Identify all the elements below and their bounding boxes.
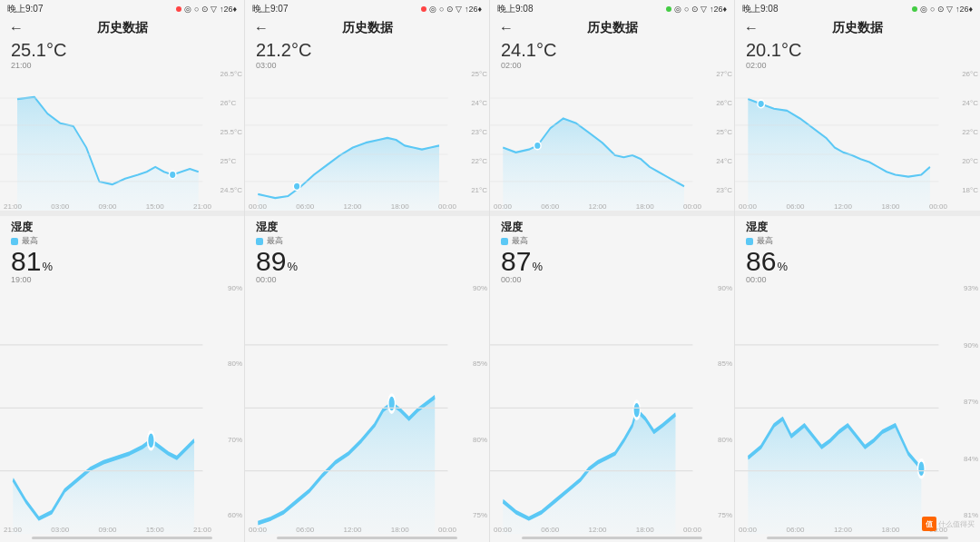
humidity-section: 湿度 最高 86 % 00:00 — [735, 216, 980, 284]
page-title: 历史数据 — [832, 20, 883, 36]
temp-time: 02:00 — [735, 61, 980, 70]
x-label: 18:00 — [881, 202, 899, 211]
hum-x-labels: 00:0006:0012:0018:0000:00 — [249, 526, 456, 534]
x-label: 00:00 — [929, 202, 947, 211]
svg-point-1 — [169, 171, 176, 179]
status-time: 晚上9:07 — [252, 3, 288, 15]
humidity-section-label: 湿度 — [501, 220, 723, 235]
watermark: 值 什么值得买 — [922, 517, 975, 531]
temp-y-labels: 26.5°C26°C25.5°C25°C24.5°C — [220, 70, 242, 194]
status-dot — [176, 6, 181, 12]
x-label: 12:00 — [834, 526, 852, 534]
y-label: 75% — [473, 511, 487, 519]
x-label: 06:00 — [541, 526, 559, 534]
temp-value-display: 25.1°C — [0, 38, 244, 61]
temp-chart-area: 27°C26°C25°C24°C23°C 00:0006:0012:0018:0… — [490, 70, 734, 211]
x-label: 00:00 — [683, 526, 701, 534]
y-label: 24.5°C — [220, 186, 242, 194]
battery-icon: ◎ ○ ⊙ ▽ ↑26♦ — [429, 5, 482, 14]
y-label: 70% — [228, 436, 242, 444]
page-header: ← 历史数据 — [245, 16, 489, 38]
hum-y-labels: 90%80%70%60% — [228, 284, 242, 519]
x-label: 06:00 — [541, 202, 559, 211]
watermark-text: 什么值得买 — [938, 519, 975, 529]
hum-x-labels: 00:0006:0012:0018:0000:00 — [494, 526, 701, 534]
temp-chart-svg — [245, 70, 456, 211]
y-label: 21°C — [471, 186, 487, 194]
y-label: 84% — [964, 455, 978, 463]
hum-chart-svg — [0, 284, 211, 534]
temp-y-labels: 25°C24°C23°C22°C21°C — [471, 70, 487, 194]
back-button[interactable]: ← — [9, 20, 24, 36]
legend-dot — [11, 238, 18, 245]
y-label: 24°C — [716, 157, 732, 165]
hum-chart-svg — [735, 284, 947, 534]
x-label: 21:00 — [193, 526, 211, 534]
phone-panel-1: 晚上9:07 ◎ ○ ⊙ ▽ ↑26♦ ← 历史数据 25.1°C 21:00 — [0, 0, 245, 542]
humidity-value-row: 89 % — [256, 248, 478, 275]
temp-chart-svg — [0, 70, 211, 211]
hum-x-labels: 21:0003:0009:0015:0021:00 — [4, 526, 211, 534]
y-label: 80% — [473, 436, 487, 444]
y-label: 24°C — [962, 99, 978, 107]
humidity-big-value: 87 — [501, 248, 531, 275]
legend-row: 最高 — [256, 235, 478, 247]
humidity-value-row: 87 % — [501, 248, 723, 275]
legend-row: 最高 — [11, 235, 233, 247]
legend-dot — [746, 238, 753, 245]
back-button[interactable]: ← — [499, 20, 514, 36]
humidity-value-row: 86 % — [746, 248, 969, 275]
status-bar: 晚上9:07 ◎ ○ ⊙ ▽ ↑26♦ — [245, 0, 489, 16]
humidity-section-label: 湿度 — [256, 220, 478, 235]
x-label: 12:00 — [588, 202, 606, 211]
svg-marker-33 — [748, 99, 930, 211]
humidity-time: 00:00 — [746, 275, 969, 284]
page-title: 历史数据 — [97, 20, 148, 36]
x-label: 09:00 — [98, 202, 116, 211]
x-label: 00:00 — [494, 526, 512, 534]
temp-value-display: 24.1°C — [490, 38, 734, 61]
svg-point-18 — [388, 395, 396, 412]
x-label: 00:00 — [438, 526, 456, 534]
svg-marker-11 — [258, 138, 439, 211]
status-dot — [912, 6, 917, 12]
x-label: 15:00 — [146, 202, 164, 211]
temp-x-labels: 00:0006:0012:0018:0000:00 — [494, 202, 701, 211]
hum-y-labels: 90%85%80%75% — [718, 284, 732, 519]
x-label: 18:00 — [636, 526, 654, 534]
svg-point-40 — [918, 460, 926, 478]
legend-row: 最高 — [746, 235, 969, 247]
y-label: 60% — [228, 511, 242, 519]
bottom-bar — [277, 537, 457, 539]
svg-point-34 — [758, 100, 765, 108]
temp-value-display: 20.1°C — [735, 38, 980, 61]
x-label: 18:00 — [881, 526, 899, 534]
hum-chart-area: 90%85%80%75% 00:0006:0012:0018:0000:00 — [490, 284, 734, 534]
y-label: 80% — [718, 436, 732, 444]
humidity-time: 00:00 — [501, 275, 723, 284]
status-time: 晚上9:07 — [7, 3, 43, 15]
legend-dot — [501, 238, 508, 245]
temp-y-labels: 26°C24°C22°C20°C18°C — [962, 70, 978, 194]
y-label: 90% — [718, 284, 732, 292]
hum-chart-area: 93%90%87%84%81% 00:0006:0012:0018:0000:0… — [735, 284, 980, 534]
legend-dot — [256, 238, 263, 245]
humidity-section: 湿度 最高 81 % 19:00 — [0, 216, 244, 284]
temp-x-labels: 00:0006:0012:0018:0000:00 — [249, 202, 456, 211]
svg-marker-0 — [17, 97, 199, 211]
x-label: 03:00 — [51, 526, 69, 534]
battery-icon: ◎ ○ ⊙ ▽ ↑26♦ — [920, 5, 973, 14]
temp-time: 03:00 — [245, 61, 489, 70]
status-icons: ◎ ○ ⊙ ▽ ↑26♦ — [666, 5, 727, 14]
x-label: 06:00 — [786, 526, 804, 534]
bottom-bar — [522, 537, 702, 539]
status-icons: ◎ ○ ⊙ ▽ ↑26♦ — [421, 5, 482, 14]
y-label: 87% — [964, 398, 978, 406]
legend-row: 最高 — [501, 235, 723, 247]
page-header: ← 历史数据 — [0, 16, 244, 38]
battery-icon: ◎ ○ ⊙ ▽ ↑26♦ — [184, 5, 237, 14]
temp-chart-area: 25°C24°C23°C22°C21°C 00:0006:0012:0018:0… — [245, 70, 489, 211]
back-button[interactable]: ← — [744, 20, 759, 36]
hum-x-labels: 00:0006:0012:0018:0000:00 — [739, 526, 947, 534]
back-button[interactable]: ← — [254, 20, 269, 36]
